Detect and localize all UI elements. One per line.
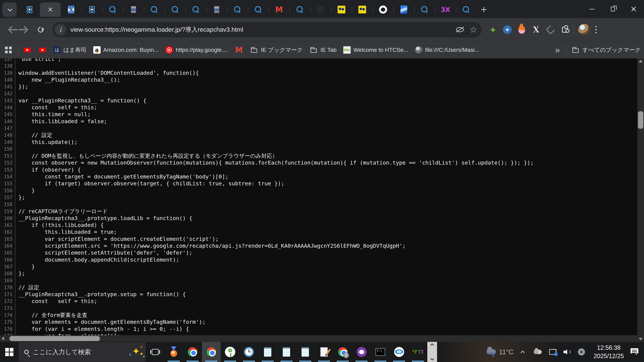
taskbar-app-notepad[interactable]	[296, 342, 314, 362]
restore-button[interactable]	[602, 0, 623, 18]
taskbar-app-medal[interactable]	[164, 342, 183, 362]
taskbar-app-sphere[interactable]	[390, 342, 408, 362]
vertical-scrollbar-thumb[interactable]	[638, 111, 643, 129]
browser-tab-active[interactable]	[40, 2, 61, 17]
temperature-text[interactable]: 11°C	[499, 348, 513, 356]
hidden-icons-chevron[interactable]	[520, 351, 525, 355]
volume-icon[interactable]	[564, 349, 571, 355]
blueimg-icon	[400, 5, 407, 14]
search-highlights-icon[interactable]: ✦✦	[129, 345, 144, 359]
bookmark-item[interactable]: file:///C:/Users/Masi...	[412, 44, 483, 56]
browser-tab[interactable]	[165, 2, 186, 17]
weather-icon[interactable]	[486, 350, 496, 355]
bookmark-item[interactable]: ははま寿司	[50, 44, 90, 56]
scroll-down-arrow-icon[interactable]	[639, 338, 643, 340]
bookmark-item[interactable]: aAmazon.com: Buyin...	[90, 44, 162, 56]
extension-x-button[interactable]: X	[529, 22, 544, 37]
status-x-icon[interactable]	[578, 349, 585, 356]
start-button[interactable]	[0, 342, 18, 362]
extension-flame-button[interactable]	[514, 22, 529, 37]
taskbar-app-ffftp[interactable]: FFTP	[408, 342, 427, 362]
apps-grid-icon[interactable]	[5, 46, 12, 53]
browser-tab[interactable]	[102, 2, 123, 17]
taskbar-app-ghd[interactable]	[352, 342, 371, 362]
extension-recycle-button[interactable]	[544, 22, 558, 37]
browser-tab[interactable]	[414, 2, 435, 17]
bookmark-item[interactable]: htcWelcome to HTCSe...	[340, 44, 412, 56]
bookmark-item[interactable]: IE ブックマーク	[246, 44, 306, 56]
browser-tab[interactable]	[123, 2, 144, 17]
browser-tab[interactable]	[144, 2, 165, 17]
bookmark-item[interactable]	[20, 44, 35, 56]
taskbar-app-notepad[interactable]	[277, 342, 296, 362]
browser-tab[interactable]	[352, 2, 373, 17]
reload-button[interactable]	[33, 22, 48, 37]
taskbar-app-key[interactable]	[221, 342, 240, 362]
bookmark-item[interactable]: M	[232, 44, 246, 56]
eye-slash-icon[interactable]	[456, 27, 464, 32]
extensions-menu-button[interactable]	[558, 22, 572, 37]
line-number: 147	[0, 125, 16, 132]
browser-tab[interactable]	[373, 2, 394, 17]
tab-search-button[interactable]	[2, 2, 17, 17]
scroll-left-arrow-icon[interactable]	[2, 337, 4, 341]
bookmark-item[interactable]	[35, 44, 50, 56]
taskbar-app-chrome[interactable]	[183, 342, 202, 362]
scroll-down-icon[interactable]	[430, 357, 434, 361]
search-icon	[420, 5, 429, 14]
browser-tab[interactable]: M	[269, 2, 290, 17]
line-number: 161	[0, 222, 16, 229]
taskbar-app-chromes[interactable]	[334, 342, 352, 362]
vertical-scrollbar[interactable]	[637, 58, 644, 342]
taskbar-app-notepad[interactable]	[258, 342, 277, 362]
bookmark-item[interactable]: https://play.google....	[162, 44, 231, 56]
display-sync-icon[interactable]	[549, 349, 556, 355]
horizontal-scrollbar-thumb[interactable]	[10, 336, 100, 341]
taskbar-overflow-scroller[interactable]	[427, 342, 437, 362]
page-info-icon[interactable]: i	[55, 24, 66, 35]
url-text[interactable]: view-source:https://neogamma.loader.jp/?…	[70, 25, 456, 34]
taskbar-search-box[interactable]: ここに入力して検索 ✦✦	[18, 342, 146, 362]
browser-tab[interactable]: X	[61, 2, 82, 17]
extension-blue-plus-button[interactable]: +	[500, 22, 514, 37]
onedrive-icon[interactable]	[534, 350, 542, 354]
browser-tab[interactable]	[186, 2, 206, 17]
action-center-icon[interactable]	[630, 348, 638, 356]
browser-tab[interactable]	[394, 2, 414, 17]
taskbar-app-notepadp[interactable]	[314, 342, 334, 362]
task-view-button[interactable]	[146, 342, 164, 362]
extension-adblock-button[interactable]: +	[486, 22, 500, 37]
browser-tab[interactable]	[248, 2, 269, 17]
browser-tab[interactable]	[290, 2, 310, 17]
bookmark-item[interactable]: IE Tab	[306, 44, 340, 56]
new-tab-button[interactable]	[477, 2, 491, 17]
source-line: 137'use strict';	[0, 58, 637, 62]
browser-menu-icon[interactable]	[595, 29, 597, 30]
profile-avatar[interactable]	[578, 24, 590, 35]
browser-tab[interactable]	[227, 2, 248, 17]
close-button[interactable]	[623, 0, 644, 18]
browser-tab[interactable]	[82, 2, 102, 17]
browser-tab[interactable]	[19, 2, 40, 17]
horizontal-scrollbar[interactable]	[0, 335, 637, 342]
scroll-up-icon[interactable]	[430, 344, 434, 347]
browser-tab[interactable]	[331, 2, 352, 17]
taskbar-app-chrome-active[interactable]	[202, 342, 221, 362]
bookmark-all-bookmarks[interactable]: すべてのブックマーク	[568, 44, 644, 56]
browser-tab[interactable]: 3X	[435, 2, 456, 17]
line-number: 177	[0, 333, 16, 335]
bookmark-star-icon[interactable]: ☆	[470, 25, 477, 35]
line-text: __PluginRecaptcha3__.prototype.setup = f…	[16, 291, 186, 298]
taskbar-app-cmd[interactable]: C:\_	[371, 342, 390, 362]
taskbar-app-clock[interactable]	[240, 342, 258, 362]
back-button[interactable]	[3, 22, 18, 37]
browser-tab[interactable]	[456, 2, 477, 17]
browser-tab[interactable]	[310, 2, 331, 17]
minimize-button[interactable]	[582, 0, 602, 18]
clock[interactable]: 12:56:38 2025/12/25	[594, 344, 624, 360]
bookmarks-overflow-chevron[interactable]: »	[551, 45, 564, 55]
forward-button[interactable]	[18, 22, 33, 37]
scroll-up-arrow-icon[interactable]	[639, 60, 643, 62]
browser-tab[interactable]	[206, 2, 227, 17]
address-bar[interactable]: i view-source:https://neogamma.loader.jp…	[52, 22, 482, 37]
